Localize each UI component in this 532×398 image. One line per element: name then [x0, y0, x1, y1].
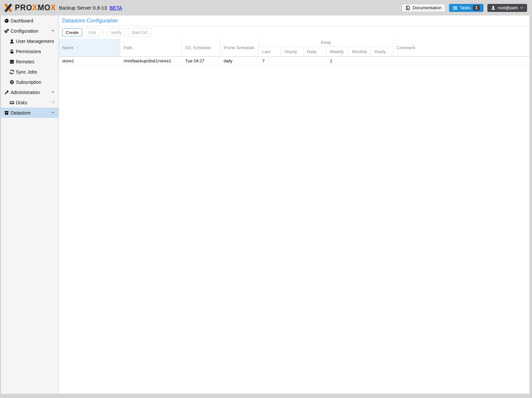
column-label: Comment: [397, 45, 415, 50]
create-button[interactable]: Create: [62, 28, 82, 36]
column-header-keep-monthly[interactable]: Monthly: [349, 47, 371, 56]
sidebar-item-permissions[interactable]: Permissions: [1, 46, 58, 56]
collapse-caret-icon[interactable]: [51, 91, 54, 93]
start-gc-button[interactable]: Start GC: [128, 28, 152, 36]
beta-link[interactable]: BETA: [110, 5, 122, 11]
sidebar-item-disks[interactable]: Disks: [1, 97, 58, 108]
book-icon: [406, 6, 410, 10]
table-row[interactable]: store1 /mnt/backup/disk1/store1 Tue 04:2…: [59, 57, 529, 65]
column-header-comment[interactable]: Comment: [393, 39, 529, 56]
collapse-caret-icon[interactable]: [51, 30, 54, 32]
app-canvas: PROXMOX Backup Server 0.8-13 BETA Docume…: [0, 0, 532, 398]
main-content: Datastore Configuration Create Edit Veri…: [59, 16, 529, 394]
sidebar-item-label: Permissions: [16, 49, 41, 54]
collapse-caret-icon[interactable]: [51, 112, 54, 114]
sidebar-item-label: Disks: [16, 100, 27, 105]
sidebar-item-dashboard[interactable]: Dashboard: [1, 16, 58, 26]
tachometer-icon: [4, 18, 9, 23]
sync-icon: [9, 70, 15, 74]
column-header-keep: Keep: [259, 39, 393, 47]
sidebar-item-label: Remotes: [16, 59, 34, 64]
keep-subheaders: Last Hourly Daily Weekly Monthly Yearly: [259, 47, 393, 56]
column-header-prune-schedule[interactable]: Prune Schedule: [220, 39, 259, 56]
sidebar-item-label: Configuration: [11, 28, 38, 34]
sidebar-item-label: Datastore: [11, 110, 31, 116]
table-header: Name ↑ Path GC Schedule Prune Schedule K…: [59, 39, 529, 57]
logo-wordmark: PROXMOX: [15, 3, 56, 12]
cell-name: store1: [59, 58, 120, 63]
user-icon: [491, 6, 495, 10]
column-header-keep-yearly[interactable]: Yearly: [371, 47, 393, 56]
sidebar-item-administration[interactable]: Administration: [1, 87, 58, 97]
column-header-name[interactable]: Name ↑: [59, 39, 120, 56]
sidebar-item-user-management[interactable]: User Management: [1, 36, 58, 46]
topbar: PROXMOX Backup Server 0.8-13 BETA Docume…: [0, 0, 532, 16]
documentation-button[interactable]: Documentation: [402, 4, 445, 12]
sidebar-item-subscription[interactable]: Subscription: [1, 77, 58, 87]
column-header-path[interactable]: Path: [120, 39, 182, 56]
column-group-keep: Keep Last Hourly Daily Weekly Monthly Ye…: [259, 39, 393, 56]
verify-button[interactable]: Verify: [107, 28, 125, 36]
cell-gc-schedule: Tue 04:27: [182, 58, 220, 63]
column-header-keep-last[interactable]: Last: [259, 47, 281, 56]
content-title-bar: Datastore Configuration: [59, 16, 529, 26]
app-body: Dashboard Configuration: [1, 16, 529, 394]
sidebar: Dashboard Configuration: [1, 16, 59, 394]
tasks-count-badge: 1: [473, 5, 480, 11]
column-label: Prune Schedule: [224, 45, 254, 50]
expand-caret-icon[interactable]: [53, 101, 54, 104]
cell-prune-schedule: daily: [220, 58, 259, 63]
cogs-icon: [4, 29, 9, 33]
page-title: Datastore Configuration: [62, 18, 118, 24]
sidebar-item-remotes[interactable]: Remotes: [1, 56, 58, 67]
column-header-keep-hourly[interactable]: Hourly: [281, 47, 304, 56]
tasks-label: Tasks: [460, 5, 471, 10]
column-header-gc-schedule[interactable]: GC Schedule: [182, 39, 220, 56]
sidebar-item-label: Administration: [11, 90, 40, 95]
sidebar-item-label: Sync Jobs: [16, 69, 37, 75]
sidebar-item-label: Dashboard: [11, 18, 33, 23]
column-header-keep-daily[interactable]: Daily: [304, 47, 327, 56]
archive-icon: [4, 111, 9, 115]
documentation-label: Documentation: [412, 5, 441, 10]
user-label: root@pam: [498, 5, 518, 10]
sort-ascending-icon: ↑: [76, 45, 78, 50]
toolbar: Create Edit Verify Start GC: [59, 26, 529, 39]
toolbar-separator: [103, 30, 103, 35]
wrench-icon: [4, 90, 9, 95]
proxmox-x-icon: [3, 3, 13, 13]
cell-keep-weekly: 1: [327, 58, 349, 63]
proxmox-logo: PROXMOX: [3, 3, 56, 13]
column-label: GC Schedule: [185, 45, 211, 50]
sidebar-item-sync-jobs[interactable]: Sync Jobs: [1, 67, 58, 77]
task-list-icon: [453, 6, 457, 10]
topbar-actions: Documentation Tasks 1 root@pam: [402, 0, 527, 16]
product-version: Backup Server 0.8-13: [59, 5, 107, 11]
user-icon: [9, 39, 15, 44]
sidebar-item-label: User Management: [16, 39, 54, 44]
column-header-keep-weekly[interactable]: Weekly: [326, 47, 349, 56]
chevron-down-icon: [520, 7, 523, 9]
sidebar-item-label: Subscription: [16, 80, 41, 85]
server-icon: [9, 59, 15, 64]
cell-keep-last: 7: [259, 58, 281, 63]
column-label: Path: [124, 45, 132, 50]
hdd-icon: [9, 100, 15, 105]
column-label: Name: [62, 45, 74, 50]
user-menu-button[interactable]: root@pam: [487, 4, 527, 12]
sidebar-item-datastore[interactable]: Datastore: [1, 108, 58, 118]
edit-button[interactable]: Edit: [85, 28, 99, 36]
cell-path: /mnt/backup/disk1/store1: [120, 58, 182, 63]
sidebar-item-configuration[interactable]: Configuration: [1, 26, 58, 36]
unlock-icon: [9, 49, 15, 54]
tasks-button[interactable]: Tasks 1: [449, 4, 483, 12]
life-ring-icon: [9, 80, 15, 84]
